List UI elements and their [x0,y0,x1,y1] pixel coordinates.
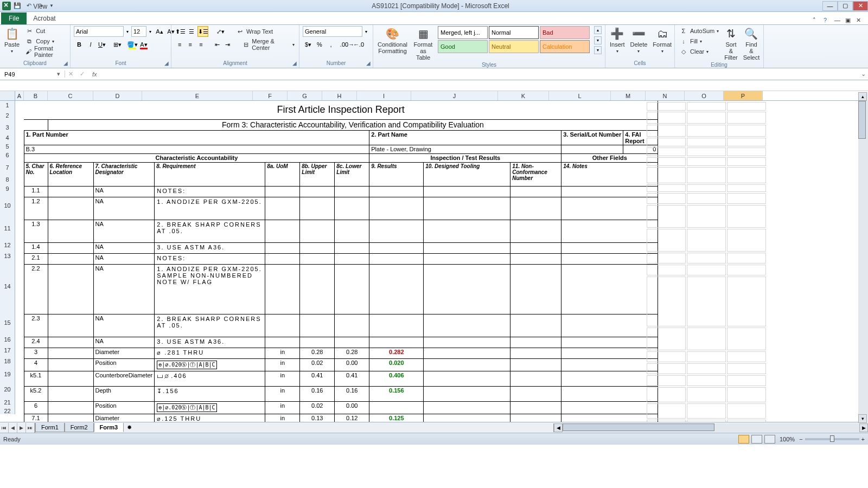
window-x-icon[interactable]: ✕ [856,17,864,24]
column-header[interactable]: I [357,91,411,100]
comma-format-icon[interactable]: , [326,39,336,50]
row-header[interactable]: 16 [0,334,15,345]
scroll-left-icon[interactable]: ◀ [554,423,563,432]
column-header[interactable]: H [322,91,357,100]
row-header[interactable]: 19 [0,367,15,382]
sort-filter-button[interactable]: ⇅Sort & Filter [723,26,738,62]
column-header[interactable]: A [15,91,24,100]
merge-center-button[interactable]: ⊟Merge & Center▾ [241,40,296,49]
paste-button[interactable]: 📋 Paste ▾ [3,26,21,55]
gallery-down-icon[interactable]: ▾ [594,36,602,44]
percent-format-icon[interactable]: % [314,39,325,50]
normal-view-icon[interactable] [738,435,749,444]
scroll-up-icon[interactable]: ▴ [858,92,867,101]
increase-indent-icon[interactable]: ⇥ [222,39,233,50]
row-header[interactable]: 4 [0,133,15,142]
align-middle-icon[interactable]: ☰ [186,26,197,37]
format-cells-button[interactable]: 🗂Format▾ [652,26,673,55]
increase-decimal-icon[interactable]: .00→ [342,39,353,50]
sheet-tab[interactable]: Form2 [65,423,94,432]
cell-style-option[interactable]: Calculation [540,40,590,53]
column-header[interactable]: M [611,91,646,100]
close-button[interactable]: ✕ [853,1,868,11]
namebox-dropdown-icon[interactable]: ▾ [57,70,60,78]
column-header[interactable]: L [549,91,611,100]
row-header[interactable]: 21 [0,397,15,408]
cell-style-option[interactable]: Normal [489,26,539,39]
insert-cells-button[interactable]: ➕Insert▾ [609,26,626,55]
first-sheet-icon[interactable]: ⏮ [0,423,9,433]
formula-input[interactable] [101,69,858,79]
prev-sheet-icon[interactable]: ◀ [9,423,17,433]
help-icon[interactable]: ? [824,17,831,24]
delete-cells-button[interactable]: ➖Delete▾ [629,26,649,55]
format-painter-button[interactable]: 🖌Format Painter [24,47,67,56]
vertical-scrollbar[interactable]: ▴ ▾ [858,92,868,423]
row-header[interactable]: 13 [0,251,15,261]
file-tab[interactable]: File [1,12,27,24]
align-center-icon[interactable]: ≡ [186,39,196,50]
last-sheet-icon[interactable]: ⏭ [26,423,35,433]
row-header[interactable]: 7 [0,159,15,176]
cell-style-option[interactable]: Merged, left j... [438,26,488,39]
name-box[interactable]: P49▾ [0,70,65,78]
font-size-combo[interactable] [131,26,146,37]
dialog-launcher-icon[interactable]: ◢ [164,60,169,66]
row-header[interactable]: 8 [0,176,15,183]
column-header[interactable]: P [724,91,763,100]
column-header[interactable]: N [646,91,685,100]
fill-color-button[interactable]: 🪣▾ [127,39,138,50]
format-as-table-button[interactable]: ▦Format as Table [412,26,435,62]
align-bottom-icon[interactable]: ⬇☰ [197,26,208,37]
column-header[interactable]: E [142,91,253,100]
row-header[interactable]: 17 [0,345,15,356]
dialog-launcher-icon[interactable]: ◢ [292,60,297,66]
zoom-in-icon[interactable]: + [861,436,865,442]
spreadsheet-grid[interactable]: ABCDEFGHIJKLMNOP 12345678910111213141516… [0,91,868,422]
ribbon-tab-acrobat[interactable]: Acrobat [27,12,76,24]
horizontal-scrollbar[interactable]: ◀ ▶ [553,423,868,432]
excel-logo-icon[interactable] [2,2,11,10]
font-color-button[interactable]: A▾ [138,39,149,50]
row-header[interactable]: 18 [0,356,15,367]
row-header[interactable]: 3 [0,121,15,133]
find-select-button[interactable]: 🔍Find & Select [742,26,761,62]
row-header[interactable]: 12 [0,240,15,251]
page-layout-view-icon[interactable] [751,435,762,444]
row-header[interactable]: 1 [0,101,15,110]
row-header[interactable]: 6 [0,151,15,159]
cell-style-option[interactable]: Good [438,40,488,53]
underline-button[interactable]: U▾ [97,39,107,50]
column-header[interactable]: C [48,91,93,100]
scroll-down-icon[interactable]: ▾ [858,414,867,423]
wrap-text-button[interactable]: ↩Wrap Text [234,27,274,36]
maximize-button[interactable]: ▢ [838,1,853,11]
align-top-icon[interactable]: ⬆☰ [175,26,186,37]
sheet-tab[interactable]: Form3 [94,423,124,432]
align-right-icon[interactable]: ≡ [196,39,206,50]
scroll-right-icon[interactable]: ▶ [859,423,868,432]
minimize-button[interactable]: — [822,1,838,11]
clear-button[interactable]: ◇Clear▾ [678,47,720,56]
row-header[interactable]: 2 [0,110,15,121]
next-sheet-icon[interactable]: ▶ [17,423,26,433]
sheet-tab[interactable]: Form1 [35,423,65,432]
row-header[interactable]: 10 [0,194,15,217]
row-header[interactable]: 9 [0,183,15,194]
column-header[interactable]: F [253,91,288,100]
font-size-dropdown-icon[interactable]: ▾ [147,26,154,37]
decrease-decimal-icon[interactable]: ←.0 [353,39,364,50]
accounting-format-icon[interactable]: $▾ [303,39,314,50]
border-button[interactable]: ⊞▾ [112,39,123,50]
save-icon[interactable]: 💾 [12,1,22,11]
autosum-button[interactable]: ΣAutoSum▾ [678,26,720,36]
cut-button[interactable]: ✂Cut [24,26,67,36]
fill-button[interactable]: ↓Fill▾ [678,36,720,46]
column-header[interactable]: G [288,91,322,100]
row-header[interactable]: 5 [0,142,15,151]
italic-button[interactable]: I [85,39,96,50]
ribbon-tab-view[interactable]: View [27,1,76,12]
decrease-indent-icon[interactable]: ⇤ [212,39,222,50]
number-format-combo[interactable] [303,26,362,37]
column-header[interactable]: O [685,91,724,100]
